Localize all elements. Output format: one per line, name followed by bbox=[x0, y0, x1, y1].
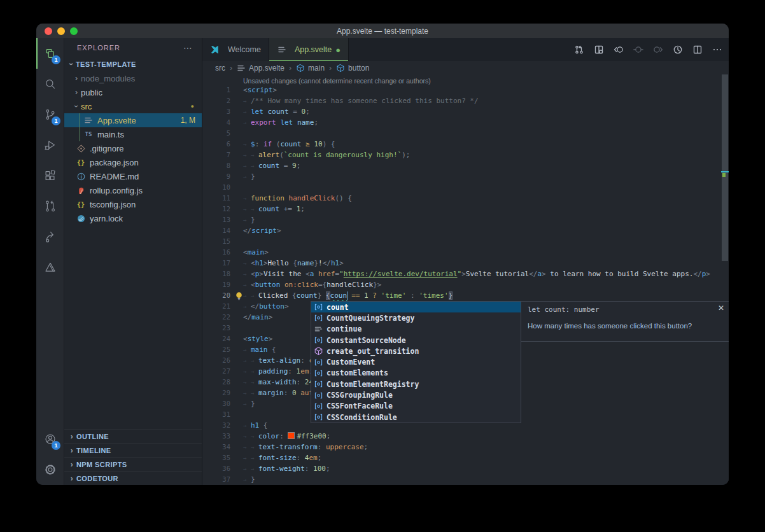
tree-item-src[interactable]: ›src● bbox=[64, 99, 202, 113]
tab-whitespace-icon: → bbox=[243, 345, 251, 356]
timeline-icon[interactable] bbox=[673, 45, 683, 55]
open-changes-icon[interactable] bbox=[594, 45, 604, 55]
code-line-9[interactable]: 9→} bbox=[202, 171, 729, 182]
code-line-12[interactable]: 12→→count += 1; bbox=[202, 204, 729, 214]
suggestion-countqueuingstrategy[interactable]: CountQueuingStrategy bbox=[311, 312, 521, 323]
panel-timeline[interactable]: ›TIMELINE bbox=[64, 443, 202, 457]
compare-changes-icon[interactable] bbox=[574, 45, 584, 55]
code-line-13[interactable]: 13→} bbox=[202, 214, 729, 225]
zoom-window-button[interactable] bbox=[70, 27, 78, 35]
code-line-14[interactable]: 14</script> bbox=[202, 225, 729, 236]
code-line-11[interactable]: 11→function handleClick() { bbox=[202, 193, 729, 204]
tab-welcome[interactable]: Welcome bbox=[202, 38, 269, 61]
code-line-5[interactable]: 5 bbox=[202, 128, 729, 139]
activity-search[interactable] bbox=[36, 69, 64, 99]
code-line-1[interactable]: 1<script> bbox=[202, 85, 729, 95]
tree-item-rollup-config-js[interactable]: rollup.config.js bbox=[64, 183, 202, 197]
minimize-window-button[interactable] bbox=[57, 27, 65, 35]
tree-item-app-svelte[interactable]: App.svelte1, M bbox=[64, 113, 202, 127]
suggestion-create_out_transition[interactable]: create_out_transition bbox=[311, 346, 521, 356]
explorer-more-actions-icon[interactable]: ⋯ bbox=[183, 43, 193, 53]
tree-item-yarn-lock[interactable]: yarn.lock bbox=[64, 211, 202, 225]
activity-source-control[interactable]: 1 bbox=[36, 99, 64, 130]
code-line-10[interactable]: 10 bbox=[202, 182, 729, 193]
color-swatch[interactable] bbox=[288, 432, 295, 439]
activity-accounts[interactable]: 1 bbox=[36, 424, 64, 454]
code-line-33[interactable]: 33→→color: #ff3e00; bbox=[202, 431, 729, 442]
activity-settings[interactable] bbox=[36, 454, 64, 485]
line-number: 4 bbox=[202, 117, 230, 128]
scrollbar-thumb[interactable] bbox=[722, 74, 728, 261]
code-line-8[interactable]: 8→→count = 9; bbox=[202, 160, 729, 171]
code-line-19[interactable]: 19→<button on:click={handleClick}> bbox=[202, 279, 729, 290]
suggestion-cssconditionrule[interactable]: CSSConditionRule bbox=[311, 412, 521, 423]
code-line-16[interactable]: 16<main> bbox=[202, 247, 729, 258]
code-line-3[interactable]: 3→let count = 0; bbox=[202, 106, 729, 117]
breadcrumb-main[interactable]: main bbox=[296, 64, 325, 73]
chevron-right-icon: › bbox=[67, 474, 76, 483]
tab-whitespace-icon: → bbox=[243, 96, 251, 107]
panel-npm-scripts[interactable]: ›NPM SCRIPTS bbox=[64, 457, 202, 471]
file-label: README.md bbox=[90, 172, 139, 181]
traffic-lights bbox=[45, 27, 78, 35]
tree-item-node-modules[interactable]: ›node_modules bbox=[64, 71, 202, 85]
code-editor[interactable]: Unsaved changes (cannot determine recent… bbox=[202, 74, 729, 485]
activity-azure[interactable] bbox=[36, 252, 64, 283]
split-editor-icon[interactable] bbox=[692, 45, 703, 55]
code-line-18[interactable]: 18→<p>Visit the <a href="https://svelte.… bbox=[202, 269, 729, 279]
activity-run-debug[interactable] bbox=[36, 130, 64, 160]
lightbulb-icon[interactable] bbox=[235, 291, 243, 301]
code-line-2[interactable]: 2→/** How many times has someone clicked… bbox=[202, 95, 729, 106]
section-label: TEST-TEMPLATE bbox=[76, 60, 136, 68]
file-label: public bbox=[81, 88, 102, 97]
tree-item-readme-md[interactable]: README.md bbox=[64, 169, 202, 183]
panel-codetour[interactable]: ›CODETOUR bbox=[64, 471, 202, 485]
chevron-down-icon: › bbox=[67, 60, 76, 69]
editor-scrollbar[interactable] bbox=[721, 74, 729, 485]
close-window-button[interactable] bbox=[45, 27, 52, 35]
tree-item-main-ts[interactable]: TSmain.ts bbox=[64, 127, 202, 141]
activity-github-pull-requests[interactable] bbox=[36, 191, 64, 221]
activity-extensions[interactable] bbox=[36, 160, 64, 191]
tab-whitespace-icon: → bbox=[243, 280, 251, 291]
tree-item-tsconfig-json[interactable]: {}tsconfig.json bbox=[64, 197, 202, 211]
line-number: 33 bbox=[202, 431, 230, 442]
code-line-36[interactable]: 36→→font-weight: 100; bbox=[202, 463, 729, 474]
codelens-unsaved-changes[interactable]: Unsaved changes (cannot determine recent… bbox=[202, 74, 729, 85]
code-line-7[interactable]: 7→→alert(`count is dangerously high!`); bbox=[202, 150, 729, 160]
tree-item--gitignore[interactable]: .gitignore bbox=[64, 141, 202, 155]
code-line-6[interactable]: 6→$: if (count ≥ 10) { bbox=[202, 139, 729, 150]
overview-modified-marker bbox=[722, 173, 726, 177]
breadcrumb-src[interactable]: src bbox=[215, 64, 225, 73]
section-test-template[interactable]: › TEST-TEMPLATE bbox=[64, 57, 202, 71]
activity-explorer[interactable]: 1 bbox=[36, 38, 64, 69]
code-line-37[interactable]: 37→} bbox=[202, 474, 729, 485]
breadcrumb-app-svelte[interactable]: App.svelte bbox=[237, 64, 284, 73]
code-line-15[interactable]: 15 bbox=[202, 236, 729, 247]
code-line-20[interactable]: 20→→Clicked {count} {coun == 1 ? 'time' … bbox=[202, 290, 729, 301]
breadcrumb-button[interactable]: button bbox=[336, 64, 369, 73]
tab-whitespace-icon: → bbox=[243, 464, 251, 475]
line-number: 36 bbox=[202, 463, 230, 474]
panel-outline[interactable]: ›OUTLINE bbox=[64, 429, 202, 443]
more-actions-icon[interactable] bbox=[712, 45, 722, 55]
activity-live-share[interactable] bbox=[36, 221, 64, 252]
tree-item-package-json[interactable]: {}package.json bbox=[64, 155, 202, 169]
code-line-4[interactable]: 4→export let name; bbox=[202, 117, 729, 128]
previous-change-icon[interactable] bbox=[614, 45, 624, 55]
tab-whitespace-icon: → bbox=[243, 269, 251, 280]
tab-app-svelte[interactable]: App.svelte ● bbox=[269, 38, 349, 61]
suggestion-cssfontfacerule[interactable]: CSSFontFaceRule bbox=[311, 401, 521, 412]
suggestion-customelementregistry[interactable]: CustomElementRegistry bbox=[311, 379, 521, 389]
code-line-35[interactable]: 35→→font-size: 4em; bbox=[202, 452, 729, 463]
unsaved-dot-icon[interactable]: ● bbox=[335, 46, 340, 54]
code-line-17[interactable]: 17→<h1>Hello {name}!</h1> bbox=[202, 258, 729, 269]
suggestion-cssgroupingrule[interactable]: CSSGroupingRule bbox=[311, 389, 521, 400]
suggestion-constantsourcenode[interactable]: ConstantSourceNode bbox=[311, 335, 521, 346]
suggestion-count[interactable]: count bbox=[311, 302, 521, 312]
code-line-34[interactable]: 34→→text-transform: uppercase; bbox=[202, 442, 729, 452]
suggestion-customevent[interactable]: CustomEvent bbox=[311, 356, 521, 367]
suggestion-customelements[interactable]: customElements bbox=[311, 368, 521, 379]
suggestion-continue[interactable]: continue bbox=[311, 324, 521, 335]
tree-item-public[interactable]: ›public bbox=[64, 85, 202, 99]
